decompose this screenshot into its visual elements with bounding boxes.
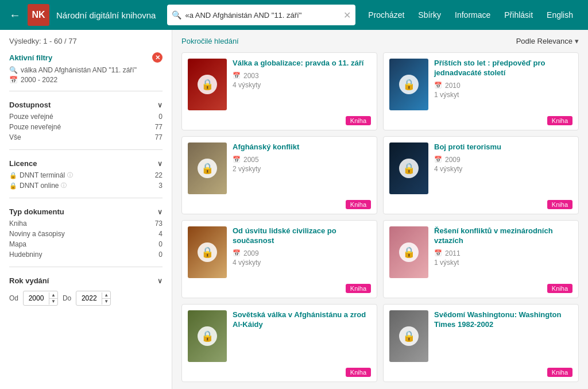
book-thumbnail[interactable]: 🔒 xyxy=(188,310,227,362)
result-title[interactable]: Od úsvitu lidské civilizace po současnos… xyxy=(233,226,371,246)
result-info: Od úsvitu lidské civilizace po současnos… xyxy=(233,226,371,278)
year-from-down[interactable]: ▼ xyxy=(49,299,57,305)
doc-type-tag: Kniha xyxy=(346,284,371,293)
filter-row-count: 0 xyxy=(158,113,163,121)
chevron-down-icon: ∨ xyxy=(157,160,163,168)
nav-procházet[interactable]: Procházet xyxy=(362,7,410,23)
book-thumbnail[interactable]: 🔒 xyxy=(389,142,428,194)
filter-row-hudebniny[interactable]: Hudebniny 0 xyxy=(9,249,163,260)
filter-typ-header[interactable]: Typ dokumentu ∨ xyxy=(9,205,163,218)
book-thumbnail[interactable]: 🔒 xyxy=(389,59,428,110)
filter-row-mapa[interactable]: Mapa 0 xyxy=(9,239,163,249)
filter-row-count: 73 xyxy=(155,219,163,228)
result-title[interactable]: Afghánský konflikt xyxy=(233,142,371,152)
filter-row-label: Pouze neveřejné xyxy=(9,123,61,131)
filter-dostupnost: Dostupnost ∨ Pouze veřejné 0 Pouze neveř… xyxy=(9,98,163,142)
search-input[interactable] xyxy=(185,11,340,20)
year-to-input[interactable] xyxy=(76,294,102,302)
sort-dropdown[interactable]: Podle Relevance ▾ xyxy=(516,37,579,45)
year-to-input-wrap: ▲ ▼ xyxy=(76,291,111,306)
result-card: 🔒 Řešení konfliktů v mezinárodních vztaz… xyxy=(383,220,579,298)
lock-icon: 🔒 xyxy=(198,75,217,94)
card-footer: Kniha xyxy=(182,116,377,130)
result-title[interactable]: Svědomí Washingtonu: Washington Times 19… xyxy=(434,310,572,330)
result-title[interactable]: Válka a globalizace: pravda o 11. září xyxy=(233,59,371,68)
doc-type-tag: Kniha xyxy=(547,200,572,209)
lock-icon: 🔒 xyxy=(399,159,419,178)
chevron-down-icon: ∨ xyxy=(157,277,163,285)
doc-type-tag: Kniha xyxy=(346,200,371,209)
filter-row-neverejne[interactable]: Pouze neveřejné 77 xyxy=(9,122,163,132)
advanced-search-link[interactable]: Pokročilé hledání xyxy=(181,37,239,45)
result-occurrences: 2 výskyty xyxy=(233,165,371,173)
year-from-spinner: ▲ ▼ xyxy=(49,292,57,305)
nav-english[interactable]: English xyxy=(541,7,579,23)
clear-filters-button[interactable]: ✕ xyxy=(152,52,163,63)
license-row-online: 🔒 DNNT online ⓘ 3 xyxy=(9,180,163,191)
year-from-input[interactable] xyxy=(24,294,49,302)
nav-sbírky[interactable]: Sbírky xyxy=(412,7,447,23)
book-thumbnail[interactable]: 🔒 xyxy=(188,59,227,110)
book-thumbnail[interactable]: 🔒 xyxy=(389,310,428,362)
filter-row-kniha[interactable]: Kniha 73 xyxy=(9,218,163,229)
filter-dostupnost-label: Dostupnost xyxy=(9,101,51,109)
filter-row-vse[interactable]: Vše 77 xyxy=(9,132,163,142)
sidebar: Výsledky: 1 - 60 / 77 Aktivní filtry ✕ 🔍… xyxy=(0,30,172,389)
filter-row-noviny[interactable]: Noviny a časopisy 4 xyxy=(9,229,163,239)
license-count: 22 xyxy=(155,171,163,179)
search-icon: 🔍 xyxy=(172,10,181,20)
book-thumbnail[interactable]: 🔒 xyxy=(188,142,227,194)
filter-rok-header[interactable]: Rok vydání ∨ xyxy=(9,274,163,287)
lock-icon: 🔒 xyxy=(198,326,217,346)
filter-typ: Typ dokumentu ∨ Kniha 73 Noviny a časopi… xyxy=(9,205,163,260)
filter-row-count: 4 xyxy=(158,230,163,238)
lock-icon: 🔒 xyxy=(9,182,17,190)
result-info: Příštích sto let : předpověď pro jednadv… xyxy=(434,59,572,110)
back-button[interactable]: ← xyxy=(9,9,21,22)
filter-row-verejne[interactable]: Pouze veřejné 0 xyxy=(9,111,163,122)
year-from-input-wrap: ▲ ▼ xyxy=(23,291,58,306)
lock-icon: 🔒 xyxy=(198,242,217,262)
result-card-inner: 🔒 Svědomí Washingtonu: Washington Times … xyxy=(384,305,578,368)
filter-row-count: 0 xyxy=(158,240,163,248)
book-thumbnail[interactable]: 🔒 xyxy=(188,226,227,278)
result-title[interactable]: Řešení konfliktů v mezinárodních vztazíc… xyxy=(434,226,572,246)
calendar-icon: 📅 xyxy=(233,72,241,79)
lock-icon: 🔒 xyxy=(9,172,17,179)
result-card: 🔒 Od úsvitu lidské civilizace po současn… xyxy=(181,220,377,298)
year-to-down[interactable]: ▼ xyxy=(102,299,110,305)
license-label: DNNT terminál xyxy=(20,171,65,179)
search-clear-button[interactable]: ✕ xyxy=(343,10,351,21)
card-footer: Kniha xyxy=(384,368,578,382)
main-content: Pokročilé hledání Podle Relevance ▾ 🔒 Vá… xyxy=(172,30,588,389)
result-year: 📅2010 xyxy=(434,82,572,90)
nav-informace[interactable]: Informace xyxy=(449,7,496,23)
year-from-up[interactable]: ▲ xyxy=(49,292,57,299)
info-icon: ⓘ xyxy=(67,171,73,179)
result-card: 🔒 Boj proti terorismu 📅2009 4 výskyty Kn… xyxy=(383,136,579,214)
result-occurrences: 1 výskyt xyxy=(434,91,572,99)
book-thumbnail[interactable]: 🔒 xyxy=(389,226,428,278)
calendar-filter-icon: 📅 xyxy=(9,76,18,84)
active-filter-query-text: válka AND Afghánistán AND "11. září" xyxy=(21,66,137,74)
result-card-inner: 🔒 Řešení konfliktů v mezinárodních vztaz… xyxy=(384,221,578,284)
results-count: Výsledky: 1 - 60 / 77 xyxy=(9,37,163,45)
result-info: Válka a globalizace: pravda o 11. září 📅… xyxy=(233,59,371,110)
lock-icon: 🔒 xyxy=(399,75,419,94)
nav-přihlásit[interactable]: Přihlásit xyxy=(498,7,539,23)
doc-type-tag: Kniha xyxy=(346,368,371,377)
main-nav: Procházet Sbírky Informace Přihlásit Eng… xyxy=(362,7,579,23)
result-title[interactable]: Boj proti terorismu xyxy=(434,142,572,152)
calendar-icon: 📅 xyxy=(434,249,442,257)
header: ← NK Národní digitální knihovna 🔍 ✕ Proc… xyxy=(0,0,588,30)
active-filters-label: Aktivní filtry xyxy=(9,53,52,62)
year-to-spinner: ▲ ▼ xyxy=(102,292,110,305)
result-title[interactable]: Sovětská válka v Afghánistánu a zrod Al-… xyxy=(233,310,371,330)
year-to-up[interactable]: ▲ xyxy=(102,292,110,299)
filter-dostupnost-header[interactable]: Dostupnost ∨ xyxy=(9,98,163,111)
filter-licence-header[interactable]: Licence ∨ xyxy=(9,157,163,170)
result-title[interactable]: Příštích sto let : předpověď pro jednadv… xyxy=(434,59,572,78)
body: Výsledky: 1 - 60 / 77 Aktivní filtry ✕ 🔍… xyxy=(0,30,588,389)
chevron-down-icon: ∨ xyxy=(157,101,163,109)
info-icon: ⓘ xyxy=(61,182,67,190)
